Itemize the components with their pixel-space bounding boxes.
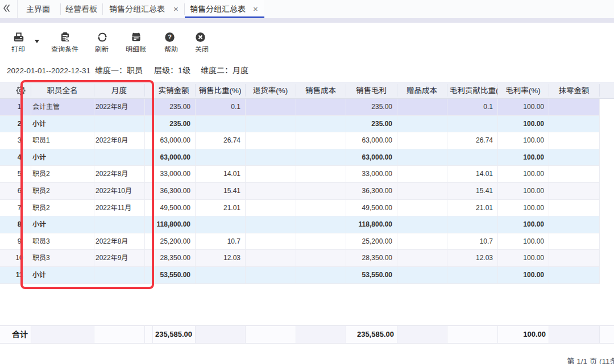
svg-text:?: ? [168,34,172,40]
